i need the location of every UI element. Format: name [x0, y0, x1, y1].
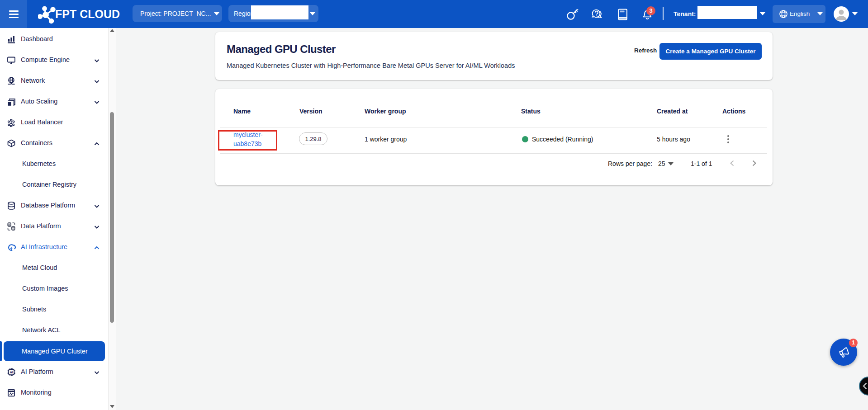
svg-text:AI: AI — [10, 371, 13, 374]
